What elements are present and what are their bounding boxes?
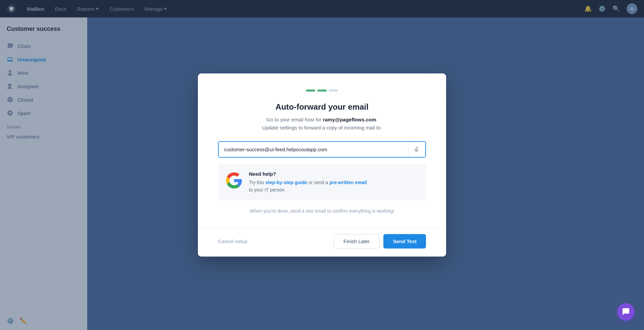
modal-overlay: Auto-forward your email Go to your email… [0, 0, 644, 330]
google-logo [226, 172, 242, 188]
forward-email-input[interactable] [219, 142, 408, 157]
modal-body: Auto-forward your email Go to your email… [198, 73, 446, 227]
step-by-step-guide-link[interactable]: step-by-step guide [265, 180, 307, 185]
copy-icon [414, 146, 420, 152]
email-input-container [218, 141, 426, 158]
help-card-text: Try this step-by-step guide or send a pr… [249, 179, 418, 194]
modal-subtitle: Go to your email host for ramy@pageflows… [218, 116, 426, 132]
chat-widget-icon [622, 308, 630, 316]
modal-title: Auto-forward your email [218, 102, 426, 112]
copy-email-button[interactable] [408, 142, 425, 156]
chat-widget[interactable] [617, 303, 635, 321]
help-card: Need help? Try this step-by-step guide o… [218, 164, 426, 201]
progress-indicator [218, 90, 426, 92]
progress-step-1 [306, 90, 315, 92]
help-card-content: Need help? Try this step-by-step guide o… [249, 171, 418, 194]
modal-info-text: When you're done, send a test email to c… [218, 208, 426, 214]
pre-written-email-link[interactable]: pre-written email [329, 180, 367, 185]
cancel-setup-link[interactable]: Cancel setup [218, 238, 248, 244]
send-test-button[interactable]: Send Test [383, 234, 426, 249]
progress-step-2 [317, 90, 327, 92]
progress-step-3 [329, 90, 338, 92]
help-card-title: Need help? [249, 171, 418, 177]
modal: Auto-forward your email Go to your email… [198, 73, 446, 257]
footer-buttons: Finish Later Send Test [334, 234, 426, 249]
finish-later-button[interactable]: Finish Later [334, 234, 379, 249]
modal-footer: Cancel setup Finish Later Send Test [198, 227, 446, 257]
